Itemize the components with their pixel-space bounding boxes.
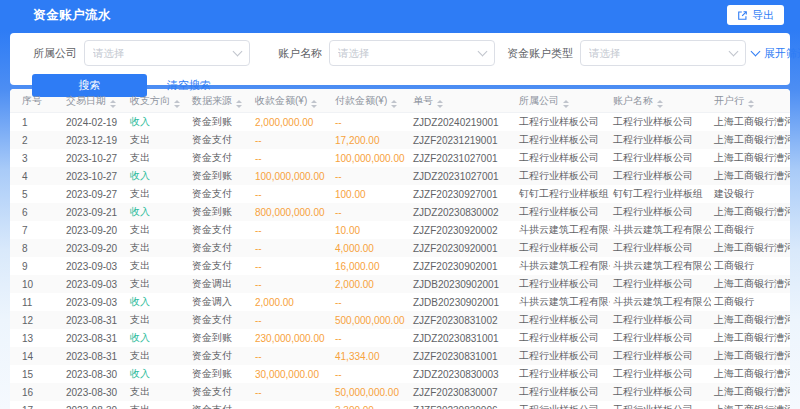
- table-body: 12024-02-19收入资金到账2,000,000.00--ZJDZ20240…: [10, 113, 790, 409]
- company-filter-select[interactable]: [84, 40, 250, 66]
- column-label: 账户名称: [613, 95, 653, 106]
- cell-payment: 100,000,000.00: [332, 149, 410, 167]
- sort-caret-icon[interactable]: [657, 100, 663, 108]
- cell-payment: --: [332, 167, 410, 185]
- cell-date: 2023-10-27: [63, 149, 127, 167]
- cell-source: 资金到账: [189, 329, 252, 347]
- cell-no: 2: [10, 131, 63, 149]
- cell-source: 资金到账: [189, 203, 252, 221]
- cell-no: 16: [10, 383, 63, 401]
- table-row: 22023-12-19支出资金支付--17,200.00ZJZF20231219…: [10, 131, 790, 149]
- column-header-order_no[interactable]: 单号: [410, 89, 516, 113]
- cell-date: 2023-09-03: [63, 293, 127, 311]
- cell-direction: 支出: [127, 347, 189, 365]
- cell-date: 2023-09-03: [63, 275, 127, 293]
- cell-account: 斗拱云建筑工程有限公司: [610, 257, 711, 275]
- column-header-company[interactable]: 所属公司: [516, 89, 610, 113]
- account-name-filter-select[interactable]: [329, 40, 495, 66]
- cell-company: 工程行业样板公司: [516, 203, 610, 221]
- cell-account: 工程行业样板公司: [610, 383, 711, 401]
- table-row: 12024-02-19收入资金到账2,000,000.00--ZJDZ20240…: [10, 113, 790, 132]
- cell-income: 100,000,000.00: [252, 167, 332, 185]
- cell-date: 2023-08-31: [63, 311, 127, 329]
- cell-no: 15: [10, 365, 63, 383]
- sort-caret-icon[interactable]: [236, 100, 242, 108]
- clear-search-button[interactable]: 清空搜索: [161, 77, 217, 94]
- cell-income: --: [252, 257, 332, 275]
- company-filter-input[interactable]: [93, 47, 228, 59]
- cell-company: 斗拱云建筑工程有限公司: [516, 221, 610, 239]
- cell-bank: 上海工商银行漕河泾支行: [711, 149, 790, 167]
- cell-order_no: ZJZF20230920002: [410, 221, 516, 239]
- cell-order_no: ZJZF20230831002: [410, 311, 516, 329]
- cell-order_no: ZJZF20230830006: [410, 401, 516, 409]
- cell-date: 2023-12-19: [63, 131, 127, 149]
- cell-direction: 支出: [127, 383, 189, 401]
- account-type-filter-input[interactable]: [589, 47, 724, 59]
- cell-payment: 2,000.00: [332, 275, 410, 293]
- column-header-account[interactable]: 账户名称: [610, 89, 711, 113]
- cell-bank: 上海工商银行漕河泾支行: [711, 203, 790, 221]
- cell-no: 9: [10, 257, 63, 275]
- cell-source: 资金支付: [189, 149, 252, 167]
- table-row: 72023-09-20支出资金支付--10.00ZJZF20230920002斗…: [10, 221, 790, 239]
- column-label: 收款金额(¥): [255, 95, 307, 106]
- cell-order_no: ZJDZ20240219001: [410, 113, 516, 132]
- flow-table: 序号交易日期收支方向数据来源收款金额(¥)付款金额(¥)单号所属公司账户名称开户…: [10, 89, 790, 409]
- account-name-filter-input[interactable]: [338, 47, 473, 59]
- column-header-payment[interactable]: 付款金额(¥): [332, 89, 410, 113]
- cell-account: 工程行业样板公司: [610, 203, 711, 221]
- filter-panel: 所属公司 账户名称 资金账户类型 展开筛选 搜索 清空搜索: [10, 33, 790, 85]
- cell-bank: 上海工商银行漕河泾支行: [711, 347, 790, 365]
- cell-company: 斗拱云建筑工程有限公司: [516, 257, 610, 275]
- cell-order_no: ZJDZ20230830002: [410, 203, 516, 221]
- cell-company: 工程行业样板公司: [516, 365, 610, 383]
- cell-account: 钉钉工程行业样板组: [610, 185, 711, 203]
- cell-income: --: [252, 149, 332, 167]
- page-title: 资金账户流水: [33, 7, 727, 24]
- expand-filters-link[interactable]: 展开筛选: [746, 45, 800, 62]
- filter-row: 所属公司 账户名称 资金账户类型 展开筛选: [10, 40, 790, 66]
- cell-bank: 上海工商银行漕河泾支行: [711, 329, 790, 347]
- cell-company: 工程行业样板公司: [516, 275, 610, 293]
- cell-account: 斗拱云建筑工程有限公司: [610, 221, 711, 239]
- table-row: 142023-08-31支出资金支付--41,334.00ZJZF2023083…: [10, 347, 790, 365]
- cell-income: 30,000,000.00: [252, 365, 332, 383]
- cell-source: 资金到账: [189, 167, 252, 185]
- sort-caret-icon[interactable]: [437, 100, 443, 108]
- cell-payment: --: [332, 329, 410, 347]
- cell-payment: 17,200.00: [332, 131, 410, 149]
- cell-direction: 收入: [127, 203, 189, 221]
- export-button[interactable]: 导出: [727, 5, 784, 25]
- cell-date: 2023-09-20: [63, 239, 127, 257]
- sort-caret-icon[interactable]: [110, 100, 116, 108]
- cell-order_no: ZJZF20230902001: [410, 257, 516, 275]
- cell-bank: 上海工商银行漕河泾支行: [711, 401, 790, 409]
- cell-company: 工程行业样板公司: [516, 311, 610, 329]
- cell-direction: 支出: [127, 275, 189, 293]
- column-header-bank[interactable]: 开户行: [711, 89, 790, 113]
- cell-payment: 16,000.00: [332, 257, 410, 275]
- cell-company: 工程行业样板公司: [516, 347, 610, 365]
- account-type-filter-select[interactable]: [580, 40, 746, 66]
- cell-direction: 收入: [127, 113, 189, 132]
- sort-caret-icon[interactable]: [391, 100, 397, 108]
- table-row: 162023-08-30支出资金支付--50,000,000.00ZJZF202…: [10, 383, 790, 401]
- expand-filters-label: 展开筛选: [764, 46, 800, 61]
- account-type-filter-label: 资金账户类型: [507, 46, 573, 61]
- sort-caret-icon[interactable]: [563, 100, 569, 108]
- sort-caret-icon[interactable]: [174, 100, 180, 108]
- column-header-income[interactable]: 收款金额(¥): [252, 89, 332, 113]
- cell-income: --: [252, 401, 332, 409]
- cell-income: --: [252, 383, 332, 401]
- account-name-filter-label: 账户名称: [278, 46, 322, 61]
- cell-account: 工程行业样板公司: [610, 347, 711, 365]
- sort-caret-icon[interactable]: [748, 100, 754, 108]
- cell-company: 工程行业样板公司: [516, 167, 610, 185]
- cell-bank: 上海工商银行漕河泾支行: [711, 239, 790, 257]
- sort-caret-icon[interactable]: [311, 100, 317, 108]
- table-row: 42023-10-27收入资金到账100,000,000.00--ZJDZ202…: [10, 167, 790, 185]
- cell-date: 2023-09-03: [63, 257, 127, 275]
- cell-direction: 支出: [127, 401, 189, 409]
- cell-order_no: ZJDB20230902001: [410, 293, 516, 311]
